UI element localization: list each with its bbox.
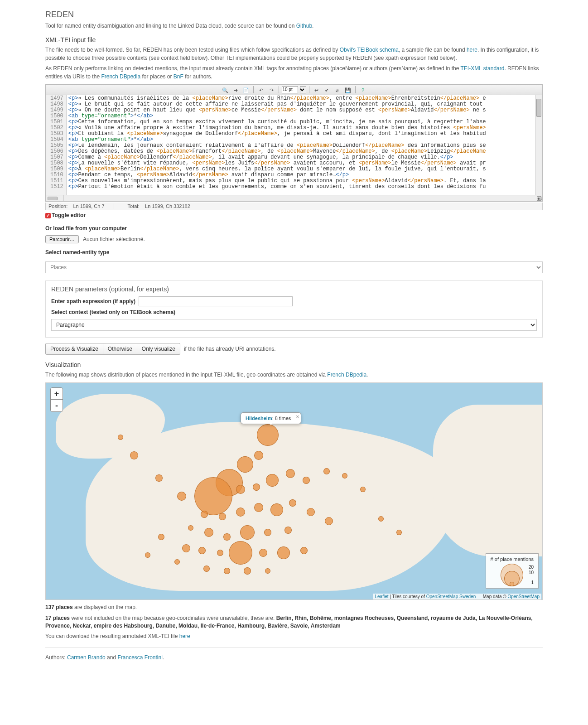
map-marker[interactable]	[237, 456, 253, 473]
page-title: REDEN	[45, 10, 543, 19]
viz-dbpedia-link[interactable]: French DBpedia	[327, 372, 366, 378]
zoom-in-button[interactable]: +	[51, 388, 63, 400]
author1-link[interactable]: Carmen Brando	[67, 654, 106, 661]
highlight-icon[interactable]: ✔	[323, 86, 331, 94]
map-marker[interactable]	[155, 474, 163, 482]
map-marker[interactable]	[300, 547, 308, 554]
editor-toolbar: 🔍 ➜ 📄 ↶ ↷ ↩ ✔ ⌀ 💾 ?	[46, 85, 542, 95]
map-legend: # of place mentions 20 10 1	[486, 553, 539, 589]
map-marker[interactable]	[229, 541, 252, 565]
map-marker[interactable]	[219, 513, 226, 520]
xml-p2: As REDEN only performs linking on detect…	[45, 65, 543, 81]
goto-icon[interactable]: ➜	[231, 86, 240, 94]
editor-status: Position: Ln 1599, Ch 7 Total: Ln 1599, …	[45, 203, 543, 210]
map-marker[interactable]	[266, 474, 279, 487]
map-marker[interactable]	[286, 469, 295, 478]
dbpedia-link[interactable]: French DBpedia	[101, 73, 140, 80]
result-missing: 17 places were not included on the map b…	[45, 614, 543, 630]
map-marker[interactable]	[259, 549, 267, 557]
only-visualize-button[interactable]: Only visualize	[137, 343, 180, 355]
replace-icon[interactable]: 📄	[242, 86, 250, 94]
map-attribution: Leaflet | Tiles courtesy of OpenStreetMa…	[373, 594, 541, 599]
map-marker[interactable]	[254, 451, 263, 460]
button-note: if the file has already URI annotations.	[184, 346, 276, 352]
map-marker[interactable]	[270, 503, 283, 516]
xpath-label: Enter xpath expression (if apply)	[51, 298, 135, 304]
map-marker[interactable]	[240, 525, 255, 540]
font-size-select[interactable]	[300, 86, 306, 93]
result-count: 137 places are displayed on the map.	[45, 604, 543, 611]
map-marker[interactable]	[303, 477, 310, 484]
viz-intro: The following map shows distribution of …	[45, 371, 543, 379]
help-icon[interactable]: ?	[359, 86, 367, 94]
map-marker[interactable]	[289, 499, 296, 507]
map-popup: × Hildesheim: 8 times	[241, 412, 301, 424]
map-marker[interactable]	[264, 529, 271, 536]
intro: Tool for named entity disambiguation and…	[45, 22, 543, 30]
leaflet-link[interactable]: Leaflet	[375, 594, 388, 599]
context-label: Select context (tested only on TEIBook s…	[51, 309, 537, 315]
wrap-icon[interactable]: ↩	[313, 86, 321, 94]
toggle-editor[interactable]: ✓Toggle editor	[45, 212, 543, 218]
load-file-heading: Or load file from your computer	[45, 225, 543, 232]
font-size-input[interactable]	[282, 86, 298, 93]
browse-button[interactable]: Parcourir…	[45, 235, 79, 243]
map-marker[interactable]	[223, 533, 231, 541]
undo-icon[interactable]: ↶	[257, 86, 265, 94]
context-select[interactable]: Paragraphe	[51, 319, 537, 331]
map-marker[interactable]	[244, 567, 251, 575]
map-marker[interactable]	[182, 544, 190, 552]
download-link[interactable]: here	[179, 633, 190, 639]
vertical-scrollbar[interactable]	[535, 95, 542, 195]
result-download: You can download the resulting annotated…	[45, 633, 543, 640]
map[interactable]: + - × Hildesheim: 8 times # of place men…	[45, 382, 543, 600]
map-marker[interactable]	[236, 508, 245, 517]
map-marker[interactable]	[277, 546, 290, 559]
code-editor[interactable]: 🔍 ➜ 📄 ↶ ↷ ↩ ✔ ⌀ 💾 ? 14971498149915001501…	[45, 84, 543, 202]
github-link[interactable]: Github	[296, 23, 312, 29]
xml-heading: XML-TEI input file	[45, 36, 543, 44]
map-marker[interactable]	[204, 528, 213, 537]
xml-p1: The file needs to be well-formed. So far…	[45, 46, 543, 62]
resize-handle[interactable]	[537, 196, 542, 201]
xpath-input[interactable]	[139, 296, 293, 306]
redo-icon[interactable]: ↷	[267, 86, 275, 94]
teibook-link[interactable]: Obvil's TEIBook schema	[340, 47, 399, 53]
popup-close-icon[interactable]: ×	[296, 414, 299, 420]
map-marker[interactable]	[201, 511, 208, 518]
map-marker[interactable]	[198, 547, 206, 554]
map-marker[interactable]	[284, 527, 292, 534]
toggle-icon: ✓	[45, 213, 51, 218]
popup-place-link[interactable]: Hildesheim	[246, 416, 272, 421]
map-marker[interactable]	[325, 517, 333, 525]
params-heading: REDEN parameters (optional, for experts)	[51, 285, 537, 293]
map-marker[interactable]	[254, 503, 263, 512]
authors: Authors: Carmen Brando and Francesca Fro…	[45, 654, 543, 662]
map-marker[interactable]	[130, 451, 138, 459]
tei-standard-link[interactable]: TEI-XML standard	[460, 65, 504, 72]
map-marker[interactable]	[253, 483, 260, 491]
map-marker[interactable]	[236, 485, 245, 494]
map-marker[interactable]	[257, 424, 279, 446]
osm-sweden-link[interactable]: OpenStreetMap Sweden	[426, 594, 476, 599]
map-marker[interactable]	[194, 477, 232, 515]
map-marker[interactable]	[307, 508, 315, 516]
search-icon[interactable]: 🔍	[221, 86, 229, 94]
zoom-control: + -	[50, 387, 63, 412]
divider	[45, 647, 543, 648]
osm-link[interactable]: OpenStreetMap	[507, 594, 540, 599]
zoom-out-button[interactable]: -	[51, 400, 63, 411]
save-icon[interactable]: 💾	[344, 86, 352, 94]
horizontal-scrollbar[interactable]: ▸	[46, 195, 542, 201]
sample-link[interactable]: here	[467, 47, 477, 53]
bnf-link[interactable]: BnF	[174, 73, 183, 80]
file-status: Aucun fichier sélectionné.	[83, 236, 145, 242]
map-marker[interactable]	[177, 492, 186, 501]
process-button[interactable]: Process & Visualize	[45, 343, 103, 355]
clear-icon[interactable]: ⌀	[333, 86, 342, 94]
otherwise-button[interactable]: Otherwise	[103, 343, 137, 355]
entity-type-select[interactable]: Places	[45, 261, 543, 273]
params-box: REDEN parameters (optional, for experts)…	[45, 280, 543, 338]
code-area[interactable]: <p>« Les communautés israélites de la <p…	[67, 95, 535, 195]
author2-link[interactable]: Francesca Frontini	[117, 654, 162, 661]
